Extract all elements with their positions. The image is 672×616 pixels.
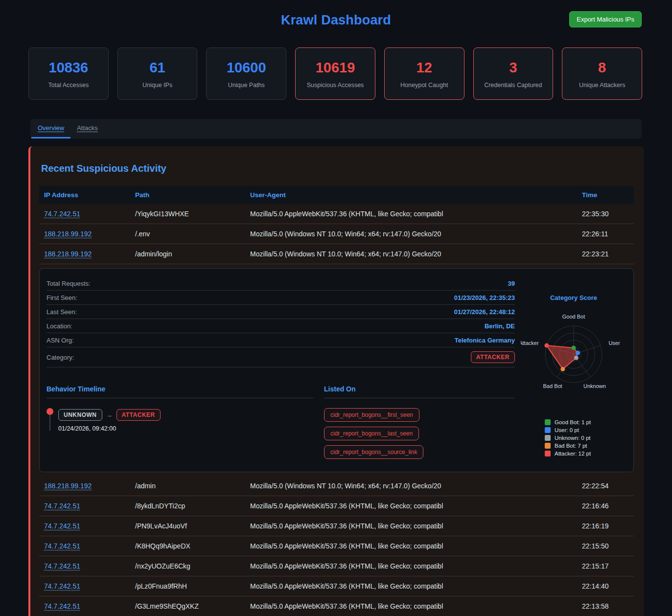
radar-point-good-bot bbox=[572, 345, 576, 350]
table-row: 74.7.242.51/K8HQq9hAipeDXMozilla/5.0 App… bbox=[39, 536, 634, 556]
listed-on-badges: cidr_report_bogons__first_seencidr_repor… bbox=[324, 408, 515, 459]
column-header-ip-address: IP Address bbox=[44, 191, 135, 199]
table-rows-before: 74.7.242.51/YiqykGI13WHXEMozilla/5.0 App… bbox=[39, 204, 634, 264]
stat-card-unique-ips: 61Unique IPs bbox=[117, 47, 198, 100]
timeline-entry: UNKNOWN → ATTACKER 01/24/2026, 09:42:00 bbox=[46, 408, 313, 432]
listed-on-heading: Listed On bbox=[324, 385, 515, 398]
ip-link[interactable]: 74.7.242.51 bbox=[44, 602, 80, 610]
ip-cell: 188.218.99.192 bbox=[44, 250, 135, 258]
detail-subgrid: Behavior Timeline UNKNOWN → ATTACKER bbox=[46, 385, 515, 459]
table-row: 74.7.242.51/pLz0Fnua9fRhHMozilla/5.0 App… bbox=[39, 576, 634, 596]
table-header-row: IP AddressPathUser-AgentTime bbox=[39, 186, 634, 204]
listed-on-badge: cidr_report_bogons__source_link bbox=[324, 445, 423, 459]
legend-entry: Good Bot: 1 pt bbox=[545, 419, 602, 425]
radar-point-user bbox=[576, 351, 580, 355]
stat-value: 3 bbox=[478, 60, 549, 76]
path-cell: /K8HQq9hAipeDX bbox=[135, 542, 250, 550]
ip-link[interactable]: 74.7.242.51 bbox=[44, 210, 80, 218]
ip-link[interactable]: 188.218.99.192 bbox=[44, 230, 92, 238]
user-agent-cell: Mozilla/5.0 (Windows NT 10.0; Win64; x64… bbox=[250, 250, 582, 258]
radar-point-unknown bbox=[574, 356, 579, 360]
ip-link[interactable]: 188.218.99.192 bbox=[44, 250, 92, 258]
legend-label: User: 0 pt bbox=[555, 427, 579, 433]
ip-cell: 74.7.242.51 bbox=[44, 522, 135, 530]
timeline-dot-icon bbox=[46, 408, 53, 415]
field-label: Total Requests: bbox=[46, 280, 91, 287]
stat-label: Honeypot Caught bbox=[389, 82, 460, 89]
ip-detail-panel: Total Requests:39First Seen:01/23/2026, … bbox=[39, 268, 634, 472]
column-header-time: Time bbox=[582, 191, 634, 199]
behavior-timeline-section: Behavior Timeline UNKNOWN → ATTACKER bbox=[46, 385, 313, 459]
legend-entry: Unknown: 0 pt bbox=[545, 435, 602, 441]
arrow-right-icon: → bbox=[106, 411, 113, 419]
category-score-radar-chart: Good BotUserUnknownBad BotAttacker bbox=[521, 304, 626, 405]
time-cell: 22:15:50 bbox=[582, 542, 634, 550]
field-label: ASN Org: bbox=[46, 337, 74, 344]
tab-label: Attacks bbox=[77, 124, 98, 132]
table-rows-after: 188.218.99.192/adminMozilla/5.0 (Windows… bbox=[39, 476, 634, 616]
ip-cell: 74.7.242.51 bbox=[44, 210, 135, 218]
stat-card-total-accesses: 10836Total Accesses bbox=[28, 47, 109, 100]
radar-axis-label: Bad Bot bbox=[543, 383, 562, 389]
field-label: Location: bbox=[46, 322, 72, 330]
field-value: 01/23/2026, 22:35:23 bbox=[454, 294, 515, 301]
header: Krawl Dashboard Export Malicious IPs bbox=[0, 0, 672, 39]
stat-value: 10619 bbox=[300, 60, 371, 76]
stat-label: Unique Paths bbox=[210, 82, 282, 89]
ip-cell: 188.218.99.192 bbox=[44, 230, 135, 238]
user-agent-cell: Mozilla/5.0 AppleWebKit/537.36 (KHTML, l… bbox=[250, 602, 582, 610]
radar-axis-label: User bbox=[608, 340, 620, 346]
export-malicious-ips-button[interactable]: Export Malicious IPs bbox=[569, 11, 642, 27]
timeline-marker bbox=[46, 408, 53, 432]
detail-fields: Total Requests:39First Seen:01/23/2026, … bbox=[46, 276, 515, 347]
time-cell: 22:23:21 bbox=[582, 250, 634, 258]
tab-overview[interactable]: Overview bbox=[31, 119, 70, 138]
path-cell: /.env bbox=[135, 230, 250, 238]
field-value: 39 bbox=[508, 280, 515, 287]
ip-link[interactable]: 74.7.242.51 bbox=[44, 522, 80, 530]
ip-link[interactable]: 74.7.242.51 bbox=[44, 582, 80, 590]
stat-value: 8 bbox=[566, 60, 638, 76]
table-row: 188.218.99.192/adminMozilla/5.0 (Windows… bbox=[39, 476, 634, 496]
user-agent-cell: Mozilla/5.0 AppleWebKit/537.36 (KHTML, l… bbox=[250, 542, 582, 550]
timeline-timestamp: 01/24/2026, 09:42:00 bbox=[58, 425, 161, 432]
category-unknown-badge: UNKNOWN bbox=[58, 409, 102, 421]
ip-cell: 74.7.242.51 bbox=[44, 582, 135, 590]
radar-point-bad-bot bbox=[560, 367, 565, 371]
time-cell: 22:35:30 bbox=[582, 210, 634, 218]
path-cell: /YiqykGI13WHXE bbox=[135, 210, 250, 218]
legend-entry: Bad Bot: 7 pt bbox=[545, 443, 602, 449]
stat-value: 61 bbox=[122, 60, 193, 76]
ip-link[interactable]: 74.7.242.51 bbox=[44, 542, 80, 550]
time-cell: 22:16:19 bbox=[582, 522, 634, 530]
legend-entry: User: 0 pt bbox=[545, 427, 602, 433]
time-cell: 22:14:40 bbox=[582, 582, 634, 590]
detail-field: Location:Berlin, DE bbox=[46, 319, 515, 333]
time-cell: 22:26:11 bbox=[582, 230, 634, 238]
ip-link[interactable]: 74.7.242.51 bbox=[44, 502, 80, 510]
stats-row: 10836Total Accesses61Unique IPs10600Uniq… bbox=[28, 47, 642, 100]
column-header-user-agent: User-Agent bbox=[250, 191, 582, 199]
ip-cell: 74.7.242.51 bbox=[44, 502, 135, 510]
tab-label: Overview bbox=[38, 124, 64, 132]
ip-link[interactable]: 188.218.99.192 bbox=[44, 482, 92, 490]
legend-entry: Attacker: 12 pt bbox=[545, 451, 602, 456]
field-label: Category: bbox=[46, 354, 74, 361]
tab-bar: OverviewAttacks bbox=[30, 119, 642, 138]
tab-attacks[interactable]: Attacks bbox=[70, 119, 104, 138]
user-agent-cell: Mozilla/5.0 AppleWebKit/537.36 (KHTML, l… bbox=[250, 522, 582, 530]
detail-field: Total Requests:39 bbox=[46, 276, 515, 291]
time-cell: 22:22:54 bbox=[582, 482, 634, 490]
panel-title: Recent Suspicious Activity bbox=[41, 163, 634, 174]
radar-axis-label: Unknown bbox=[583, 383, 606, 389]
ip-cell: 74.7.242.51 bbox=[44, 542, 135, 550]
stat-card-honeypot-caught: 12Honeypot Caught bbox=[384, 47, 464, 100]
ip-link[interactable]: 74.7.242.51 bbox=[44, 562, 80, 570]
legend-label: Attacker: 12 pt bbox=[555, 451, 591, 456]
category-attacker-badge: ATTACKER bbox=[471, 351, 515, 363]
field-value: 01/27/2026, 22:48:12 bbox=[454, 308, 515, 316]
category-score-column: Category Score Good BotUserUnknownBad Bo… bbox=[521, 276, 626, 459]
stat-label: Total Accesses bbox=[33, 82, 104, 89]
legend-swatch-icon bbox=[545, 435, 551, 441]
ip-cell: 74.7.242.51 bbox=[44, 602, 135, 610]
